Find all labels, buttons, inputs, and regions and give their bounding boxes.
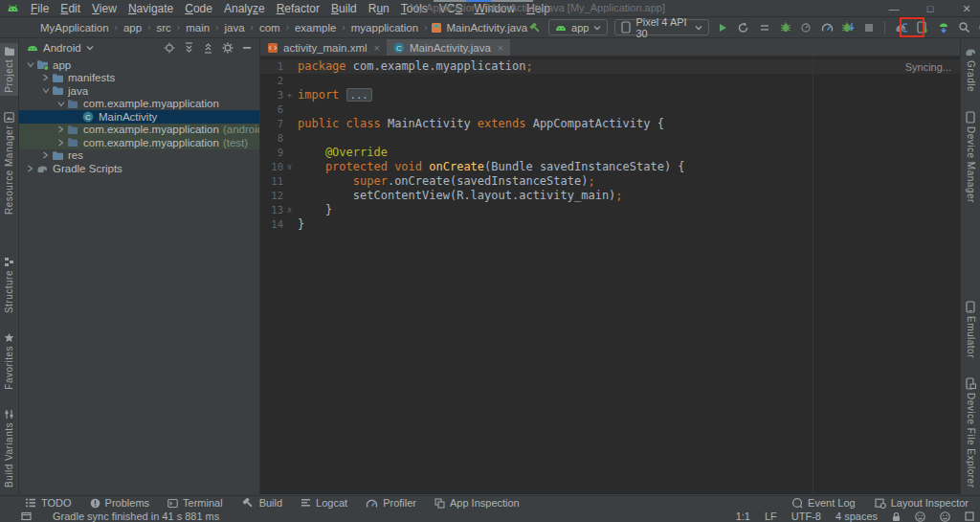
tool-button-gradle[interactable]: Gradle <box>961 43 980 95</box>
tool-window-button-logcat[interactable]: Logcat <box>301 497 347 509</box>
breadcrumb-example[interactable]: example <box>293 22 338 34</box>
code-editor[interactable]: Syncing... 1package com.example.myapplic… <box>260 57 960 494</box>
stop-button[interactable] <box>862 19 877 36</box>
code-line[interactable]: 2 <box>260 74 960 88</box>
line-number[interactable]: 2 <box>260 74 283 88</box>
fold-marker-icon[interactable]: ∨ <box>283 160 296 174</box>
attach-debugger-button[interactable] <box>841 19 856 36</box>
tool-button-build-variants[interactable]: Build Variants <box>0 406 18 490</box>
caret-position[interactable]: 1:1 <box>736 511 750 522</box>
close-tab-icon[interactable]: × <box>374 42 380 54</box>
project-view-selector[interactable]: Android <box>43 42 81 54</box>
line-number[interactable]: 7 <box>260 117 283 131</box>
line-number[interactable]: 14 <box>260 217 283 232</box>
tool-button-device-manager[interactable]: Device Manager <box>961 108 980 206</box>
tree-item-app[interactable]: app <box>19 58 259 72</box>
fold-marker-icon[interactable]: ∧ <box>283 203 296 217</box>
feedback-face-icon[interactable] <box>915 511 925 522</box>
expand-all-icon[interactable] <box>184 42 194 54</box>
feedback-face-sad-icon[interactable] <box>940 511 950 522</box>
menu-navigate[interactable]: Navigate <box>122 2 179 15</box>
code-line[interactable]: 7public class MainActivity extends AppCo… <box>260 117 960 131</box>
profiler-icon[interactable] <box>820 19 835 36</box>
menu-analyze[interactable]: Analyze <box>218 2 271 15</box>
tree-item-mainactivity[interactable]: CMainActivity <box>19 110 259 124</box>
menu-file[interactable]: File <box>25 2 55 15</box>
tab-activity-main-xml[interactable]: activity_main.xml× <box>260 39 387 56</box>
line-number[interactable]: 3 <box>260 88 283 102</box>
code-line[interactable]: 9 @Override <box>260 146 960 160</box>
breadcrumb-myapplication[interactable]: MyApplication <box>38 22 111 34</box>
tool-button-device-file-explorer[interactable]: Device File Explorer <box>961 374 980 490</box>
line-number[interactable]: 1 <box>260 59 283 74</box>
tool-window-toggle-icon[interactable] <box>21 511 32 521</box>
menu-edit[interactable]: Edit <box>55 2 86 15</box>
tool-button-resource-manager[interactable]: Resource Manager <box>0 109 18 217</box>
line-number[interactable]: 6 <box>260 102 283 117</box>
tree-item-gradle-scripts[interactable]: Gradle Scripts <box>19 162 259 175</box>
line-number[interactable]: 13 <box>260 203 283 217</box>
breadcrumb-main[interactable]: main <box>184 22 212 34</box>
tool-button-favorites[interactable]: Favorites <box>0 329 18 393</box>
indent-setting[interactable]: 4 spaces <box>835 511 878 522</box>
line-number[interactable]: 9 <box>260 146 283 160</box>
tool-button-structure[interactable]: Structure <box>0 254 18 316</box>
line-number[interactable]: 12 <box>260 189 283 203</box>
tool-window-button-profiler[interactable]: Profiler <box>366 497 416 509</box>
tree-item-com-example-myapplication-test[interactable]: com.example.myapplication(test) <box>19 136 259 149</box>
locate-file-icon[interactable] <box>164 42 175 54</box>
file-encoding[interactable]: UTF-8 <box>791 511 821 522</box>
tool-button-emulator[interactable]: Emulator <box>961 298 980 361</box>
menu-code[interactable]: Code <box>179 2 218 15</box>
tool-window-button-todo[interactable]: TODO <box>25 497 72 509</box>
tree-item-manifests[interactable]: manifests <box>19 72 259 85</box>
tab-mainactivity-java[interactable]: CMainActivity.java× <box>387 39 510 56</box>
breadcrumb-file[interactable]: MainActivity.java <box>431 22 527 34</box>
collapse-all-icon[interactable] <box>203 42 213 54</box>
code-line[interactable]: 13∧ } <box>260 203 960 217</box>
line-number[interactable]: 10 <box>260 160 283 174</box>
maximize-button[interactable]: □ <box>924 0 936 17</box>
breadcrumb-app[interactable]: app <box>122 22 144 34</box>
code-line[interactable]: 14} <box>260 217 960 232</box>
tool-window-button-problems[interactable]: Problems <box>90 497 149 509</box>
tree-item-com-example-myapplication-androidtest[interactable]: com.example.myapplication(androidTest) <box>19 124 259 137</box>
tool-window-button-app-inspection[interactable]: App Inspection <box>434 497 520 509</box>
code-line[interactable]: 1package com.example.myapplication; <box>260 59 960 74</box>
menu-run[interactable]: Run <box>363 2 395 15</box>
apply-changes-button[interactable] <box>737 19 751 36</box>
close-button[interactable]: ✕ <box>961 0 972 17</box>
breadcrumb-java[interactable]: java <box>222 22 246 34</box>
fold-marker-icon[interactable]: + <box>283 88 296 102</box>
device-select[interactable]: Pixel 4 API 30 <box>614 19 708 35</box>
menu-view[interactable]: View <box>86 2 122 15</box>
line-number[interactable]: 11 <box>260 174 283 189</box>
breadcrumb-src[interactable]: src <box>154 22 172 34</box>
line-separator[interactable]: LF <box>765 511 777 522</box>
menu-build[interactable]: Build <box>325 2 363 15</box>
tool-window-button-terminal[interactable]: Terminal <box>167 497 223 509</box>
debug-button[interactable] <box>778 19 792 36</box>
breadcrumb-com[interactable]: com <box>257 22 282 34</box>
code-line[interactable]: 12 setContentView(R.layout.activity_main… <box>260 189 960 203</box>
build-hammer-icon[interactable] <box>527 19 542 36</box>
line-number[interactable]: 8 <box>260 131 283 146</box>
apply-code-changes-button[interactable] <box>757 19 771 36</box>
tool-window-button-event-log[interactable]: Event Log <box>791 497 856 509</box>
settings-gear-icon[interactable] <box>222 42 234 54</box>
code-line[interactable]: 11 super.onCreate(savedInstanceState); <box>260 174 960 189</box>
tree-item-com-example-myapplication[interactable]: com.example.myapplication <box>19 98 259 111</box>
hide-panel-icon[interactable] <box>242 46 252 50</box>
sdk-manager-button[interactable] <box>936 19 950 36</box>
menu-refactor[interactable]: Refactor <box>271 2 325 15</box>
tool-button-project[interactable]: Project <box>0 43 18 96</box>
tool-window-button-layout-inspector[interactable]: Layout Inspector <box>875 497 969 509</box>
minimize-button[interactable]: — <box>888 0 900 17</box>
profile-app-button[interactable] <box>799 19 813 36</box>
code-line[interactable]: 10∨ protected void onCreate(Bundle saved… <box>260 160 960 174</box>
tree-item-res[interactable]: res <box>19 149 259 163</box>
search-everywhere-button[interactable] <box>957 19 971 36</box>
tool-window-button-build[interactable]: Build <box>241 496 282 510</box>
code-line[interactable]: 3+import ... <box>260 88 960 102</box>
code-line[interactable]: 8 <box>260 131 960 146</box>
